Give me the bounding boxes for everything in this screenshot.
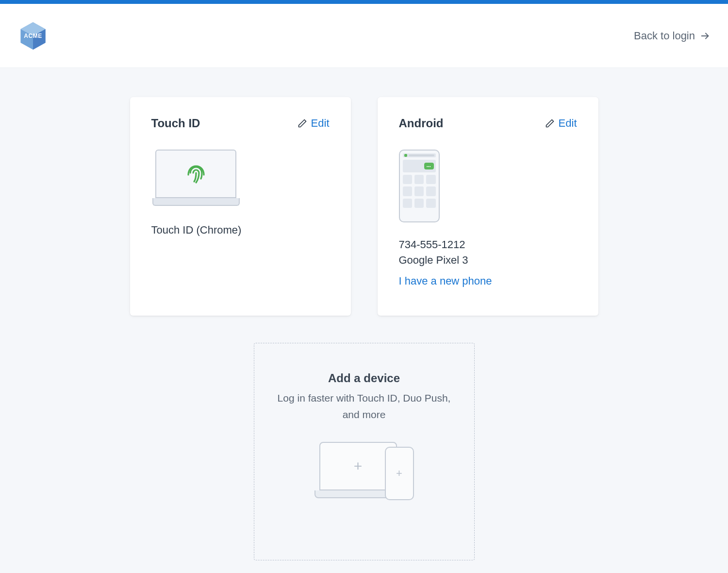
plus-icon: + — [396, 467, 402, 480]
card-header: Touch ID Edit — [151, 117, 330, 130]
add-device-illustration: + + — [314, 442, 414, 501]
card-title: Touch ID — [151, 117, 200, 130]
main-content: Touch ID Edit — [0, 68, 728, 560]
device-card-touchid: Touch ID Edit — [130, 97, 351, 316]
header: ACME Back to login — [0, 4, 728, 68]
logo-text: ACME — [24, 33, 42, 39]
device-phone-number: 734-555-1212 — [399, 237, 577, 253]
edit-button[interactable]: Edit — [298, 117, 330, 130]
android-illustration — [399, 150, 577, 222]
plus-icon: + — [354, 458, 363, 474]
add-device-description: Log in faster with Touch ID, Duo Push, a… — [274, 390, 455, 422]
edit-label: Edit — [559, 117, 577, 130]
pencil-icon — [298, 118, 307, 128]
card-header: Android Edit — [399, 117, 577, 130]
edit-button[interactable]: Edit — [545, 117, 577, 130]
accent-bar — [0, 0, 728, 4]
device-model: Google Pixel 3 — [399, 253, 577, 268]
fingerprint-icon — [184, 162, 208, 185]
device-card-android: Android Edit — [378, 97, 598, 316]
laptop-icon — [152, 150, 240, 208]
arrow-right-icon — [700, 31, 711, 41]
device-description: Touch ID (Chrome) — [151, 222, 330, 238]
phone-icon — [399, 150, 440, 222]
pencil-icon — [545, 118, 555, 128]
new-phone-link[interactable]: I have a new phone — [399, 275, 492, 287]
phone-icon: + — [385, 447, 414, 500]
card-title: Android — [399, 117, 444, 130]
add-device-card[interactable]: Add a device Log in faster with Touch ID… — [254, 343, 475, 560]
edit-label: Edit — [311, 117, 330, 130]
back-to-login-link[interactable]: Back to login — [634, 30, 711, 42]
back-to-login-label: Back to login — [634, 30, 695, 42]
touchid-illustration — [151, 150, 330, 208]
device-cards-row: Touch ID Edit — [130, 97, 598, 316]
add-device-title: Add a device — [328, 371, 400, 385]
logo: ACME — [17, 20, 49, 51]
